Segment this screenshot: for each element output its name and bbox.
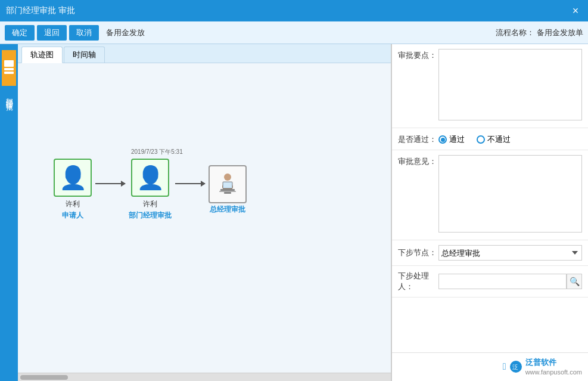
svg-rect-0 [4, 60, 14, 67]
flow-content: 👤 许利 申请人 2019/7/23 下午5:31 [18, 63, 351, 337]
svg-rect-1 [4, 68, 14, 70]
arrow-line-1 [95, 183, 125, 184]
approval-comment-row: 审批意见： [392, 150, 588, 240]
next-handler-label: 下步处理人： [398, 271, 438, 292]
process-label: 流程名称： [496, 27, 534, 38]
flow-node-dept-manager: 2019/7/23 下午5:31 👤 许利 部门经理审批 [129, 159, 172, 221]
approval-key-content [438, 49, 582, 123]
right-panel: 审批要点： 是否通过： 通过 不通过 审批意见： [391, 44, 588, 381]
svg-rect-6 [219, 191, 236, 192]
pass-label: 是否通过： [398, 133, 438, 145]
footer-brand:  泛 泛普软件 www.fanpusoft.com [392, 352, 588, 381]
person-icon-applicant: 👤 [59, 165, 87, 191]
bottom-scrollbar[interactable] [18, 373, 391, 381]
title-text: 部门经理审批 审批 [6, 5, 75, 16]
approval-key-row: 审批要点： [392, 44, 588, 128]
tab-bar: 轨迹图 时间轴 [18, 44, 391, 63]
radio-pass[interactable]: 通过 [438, 134, 465, 145]
cancel-button[interactable]: 取消 [69, 25, 99, 41]
node-box-dept-manager: 👤 [131, 159, 169, 197]
radio-circle-fail [477, 135, 485, 144]
radio-fail[interactable]: 不通过 [477, 134, 511, 145]
svg-rect-2 [4, 72, 14, 74]
title-bar: 部门经理审批 审批 × [0, 0, 588, 21]
brand-logo-icon:  [503, 361, 506, 372]
radio-pass-label: 通过 [449, 134, 465, 145]
approval-key-textarea[interactable] [438, 49, 582, 120]
brand-logo-svg: 泛 [509, 360, 523, 374]
radio-group: 通过 不通过 [438, 133, 582, 145]
next-handler-input[interactable] [438, 274, 567, 289]
brand-text: 泛普软件 www.fanpusoft.com [525, 358, 582, 376]
arrow-line-2 [175, 183, 205, 184]
tab-trajectory[interactable]: 轨迹图 [21, 47, 63, 63]
flow-node-applicant: 👤 许利 申请人 [54, 159, 92, 221]
search-icon: 🔍 [570, 277, 580, 286]
brand-url: www.fanpusoft.com [525, 368, 582, 376]
radio-fail-label: 不通过 [487, 134, 511, 145]
main-layout: 部门经理审批 轨迹图 时间轴 👤 [0, 44, 588, 381]
search-button[interactable]: 🔍 [567, 274, 582, 289]
toolbar-label: 备用金发放 [106, 27, 145, 38]
radio-circle-pass [438, 135, 447, 144]
sidebar-vertical-text[interactable]: 部门经理审批 [4, 92, 14, 99]
node-role-applicant: 申请人 [62, 210, 83, 221]
sidebar-logo-icon [2, 50, 16, 86]
next-step-select[interactable]: 总经理审批 [438, 245, 582, 261]
confirm-button[interactable]: 确定 [5, 25, 35, 41]
node-box-general-manager [209, 165, 247, 203]
flow-scroll[interactable]: 👤 许利 申请人 2019/7/23 下午5:31 [18, 63, 391, 373]
approval-key-label: 审批要点： [398, 49, 438, 61]
brand-name: 泛普软件 [525, 358, 556, 368]
arrow-1 [95, 183, 125, 184]
person-icon-dept-manager: 👤 [136, 165, 164, 191]
toolbar: 确定 退回 取消 备用金发放 流程名称： 备用金发放单 [0, 21, 588, 44]
flow-area: 👤 许利 申请人 2019/7/23 下午5:31 [18, 63, 391, 373]
svg-point-3 [224, 174, 231, 181]
approval-comment-content [438, 155, 582, 235]
flow-node-general-manager: 总经理审批 [209, 165, 247, 215]
process-name: 备用金发放单 [537, 27, 583, 38]
node-time-dept-manager: 2019/7/23 下午5:31 [131, 148, 183, 156]
next-step-row: 下步节点： 总经理审批 [392, 240, 588, 266]
svg-rect-5 [220, 189, 235, 191]
center-panel: 轨迹图 时间轴 👤 许利 申请人 [18, 44, 391, 381]
svg-rect-7 [224, 192, 231, 194]
node-role-general-manager: 总经理审批 [210, 205, 245, 215]
person-computer-icon [214, 171, 241, 197]
approval-comment-textarea[interactable] [438, 155, 582, 233]
next-handler-row: 下步处理人： 🔍 [392, 266, 588, 298]
arrow-2 [175, 183, 205, 184]
svg-text:泛: 泛 [512, 364, 518, 370]
node-box-applicant: 👤 [54, 159, 92, 197]
back-button[interactable]: 退回 [37, 25, 67, 41]
title-bar-left: 部门经理审批 审批 [6, 5, 75, 16]
toolbar-process: 流程名称： 备用金发放单 [496, 27, 583, 38]
close-button[interactable]: × [569, 4, 582, 17]
next-step-label: 下步节点： [398, 247, 438, 258]
approval-comment-label: 审批意见： [398, 155, 438, 167]
pass-row: 是否通过： 通过 不通过 [392, 128, 588, 150]
flow-nodes: 👤 许利 申请人 2019/7/23 下午5:31 [54, 159, 247, 221]
left-sidebar: 部门经理审批 [0, 44, 18, 381]
tab-timeline[interactable]: 时间轴 [64, 47, 105, 63]
node-name-applicant: 许利 [66, 199, 80, 209]
scrollbar-thumb [20, 375, 68, 380]
node-role-dept-manager: 部门经理审批 [129, 210, 172, 221]
svg-rect-9 [223, 182, 232, 188]
node-name-dept-manager: 许利 [143, 199, 157, 209]
